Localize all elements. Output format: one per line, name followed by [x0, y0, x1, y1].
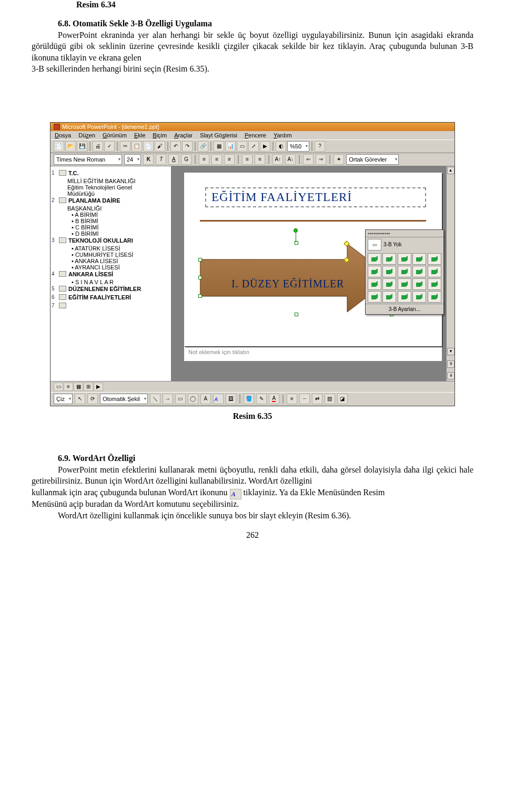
gray-button[interactable]: ◐: [276, 141, 286, 152]
slide-canvas[interactable]: EĞİTİM FAALİYETLERİ: [184, 173, 442, 346]
increase-font-button[interactable]: A↑: [272, 154, 283, 165]
3d-style-cell[interactable]: [368, 266, 381, 277]
3d-effects-popup[interactable]: ▪▪▪▪▪▪▪▪▪▪▪▪ ▭ 3-B Yok: [365, 229, 444, 315]
wordart-button[interactable]: A: [213, 394, 224, 404]
help-button[interactable]: ?: [315, 141, 325, 152]
chart-button[interactable]: 📊: [225, 141, 236, 152]
save-button[interactable]: 💾: [77, 141, 87, 152]
outline-pane[interactable]: 1T.C. MİLLİ EĞİTİM BAKANLIĞI Eğitim Tekn…: [50, 166, 171, 381]
title-placeholder[interactable]: EĞİTİM FAALİYETLERİ: [205, 187, 426, 207]
vertical-scrollbar[interactable]: ▲ ▼ ⤊ ⤋: [446, 166, 454, 381]
textbox-button[interactable]: A: [200, 394, 211, 404]
3d-style-cell[interactable]: [428, 253, 441, 265]
rotate-handle[interactable]: [294, 228, 298, 233]
align-center-button[interactable]: ≡: [211, 154, 222, 165]
3d-settings-button[interactable]: 3-B Ayarları...: [366, 304, 443, 314]
print-button[interactable]: 🖨: [93, 141, 103, 152]
scroll-down-icon[interactable]: ▼: [447, 348, 454, 355]
menu-format[interactable]: Biçim: [153, 132, 167, 138]
sorter-view-button[interactable]: ⊞: [84, 383, 93, 391]
align-left-button[interactable]: ≡: [199, 154, 209, 165]
3d-style-cell[interactable]: [398, 291, 411, 303]
common-tasks-combo[interactable]: Ortak Görevler: [346, 154, 399, 165]
3d-style-cell[interactable]: [382, 278, 396, 290]
prev-slide-icon[interactable]: ⤊: [447, 360, 454, 368]
copy-button[interactable]: 📋: [132, 141, 142, 152]
notes-pane[interactable]: Not eklemek için tıklatın: [184, 346, 442, 361]
outline-item[interactable]: D BİRİMİ: [72, 230, 168, 237]
menu-tools[interactable]: Araçlar: [174, 132, 193, 138]
3d-style-cell[interactable]: [382, 291, 396, 303]
3d-style-cell[interactable]: [412, 278, 426, 290]
3d-style-cell[interactable]: [398, 278, 411, 290]
zoom-combo[interactable]: %50: [287, 141, 309, 152]
outline-item[interactable]: BAŞKANLIĞI: [67, 205, 168, 212]
table-button[interactable]: ▦: [214, 141, 224, 152]
3d-style-cell[interactable]: [428, 278, 441, 290]
undo-button[interactable]: ↶: [170, 141, 181, 152]
outline-item[interactable]: TEKNOLOJİ OKULLARI: [68, 237, 133, 244]
outline-view-button[interactable]: ≡: [64, 383, 73, 391]
demote-button[interactable]: ⇒: [316, 154, 326, 165]
3d-style-cell[interactable]: [368, 291, 381, 303]
rect-button[interactable]: ▭: [175, 394, 186, 404]
3d-style-cell[interactable]: [382, 253, 396, 265]
animation-button[interactable]: ✦: [334, 154, 344, 165]
next-slide-icon[interactable]: ⤋: [447, 372, 454, 379]
outline-item[interactable]: Müdürlüğü: [67, 191, 168, 197]
underline-button[interactable]: A: [168, 154, 179, 165]
outline-item[interactable]: C BİRİMİ: [72, 224, 168, 230]
show-button[interactable]: ▶: [260, 141, 270, 152]
line-button[interactable]: ＼: [150, 394, 160, 404]
open-button[interactable]: 📂: [65, 141, 76, 152]
menu-window[interactable]: Pencere: [245, 132, 266, 138]
outline-item[interactable]: S I N A V L A R: [72, 279, 168, 285]
arrow-style-button[interactable]: ⇄: [312, 394, 322, 404]
draw-menu[interactable]: Çiz: [54, 394, 73, 404]
decrease-font-button[interactable]: A↓: [285, 154, 296, 165]
outline-item[interactable]: ANKARA LİSESİ: [72, 258, 168, 264]
3d-style-cell[interactable]: [428, 291, 441, 303]
menu-insert[interactable]: Ekle: [134, 132, 145, 138]
popup-grip[interactable]: ▪▪▪▪▪▪▪▪▪▪▪▪: [366, 230, 443, 237]
outline-item[interactable]: PLANLAMA DAİRE: [68, 197, 120, 204]
bold-button[interactable]: K: [143, 154, 154, 165]
3d-button[interactable]: ◪: [337, 394, 348, 404]
expand-button[interactable]: ⤢: [248, 141, 259, 152]
oval-button[interactable]: ◯: [188, 394, 198, 404]
spell-button[interactable]: ✓: [104, 141, 115, 152]
menu-help[interactable]: Yardım: [274, 132, 292, 138]
menu-file[interactable]: DDosyaosya: [55, 132, 71, 138]
fill-color-button[interactable]: 🪣: [244, 394, 254, 404]
new-button[interactable]: 📄: [54, 141, 64, 152]
3d-style-cell[interactable]: [368, 278, 381, 290]
italic-button[interactable]: T: [156, 154, 166, 165]
scroll-up-icon[interactable]: ▲: [447, 167, 454, 174]
no-3d-button[interactable]: ▭: [368, 239, 381, 250]
outline-item[interactable]: AYRANCI LİSESİ: [72, 264, 168, 270]
outline-item[interactable]: EĞİTİM FAALİYETLERİ: [68, 294, 131, 301]
redo-button[interactable]: ↷: [182, 141, 193, 152]
link-button[interactable]: 🔗: [198, 141, 208, 152]
outline-item[interactable]: T.C.: [68, 169, 79, 177]
outline-item[interactable]: CUMHURİYET LİSESİ: [72, 252, 168, 258]
fontsize-combo[interactable]: 24: [124, 154, 141, 165]
normal-view-button[interactable]: ▭: [54, 383, 63, 391]
3d-style-cell[interactable]: [412, 266, 426, 277]
3d-style-cell[interactable]: [412, 291, 426, 303]
format-painter-button[interactable]: 🖌: [155, 141, 165, 152]
line-style-button[interactable]: ≡: [287, 394, 297, 404]
outline-item[interactable]: B BİRİMİ: [72, 218, 168, 224]
shadow-style-button[interactable]: ▨: [325, 394, 335, 404]
show-view-button[interactable]: ▶: [94, 383, 103, 391]
align-right-button[interactable]: ≡: [224, 154, 235, 165]
newslide-button[interactable]: ▭: [237, 141, 247, 152]
3d-style-cell[interactable]: [382, 266, 396, 277]
3d-style-cell[interactable]: [398, 266, 411, 277]
numbering-button[interactable]: ≡: [242, 154, 252, 165]
outline-item[interactable]: Eğitim Teknolojileri Genel: [67, 184, 168, 191]
menu-edit[interactable]: Düzen: [78, 132, 95, 138]
outline-item[interactable]: ANKARA LİSESİ: [68, 270, 113, 278]
outline-item[interactable]: MİLLİ EĞİTİM BAKANLIĞI: [67, 178, 168, 184]
rotate-button[interactable]: ⟳: [87, 394, 98, 404]
